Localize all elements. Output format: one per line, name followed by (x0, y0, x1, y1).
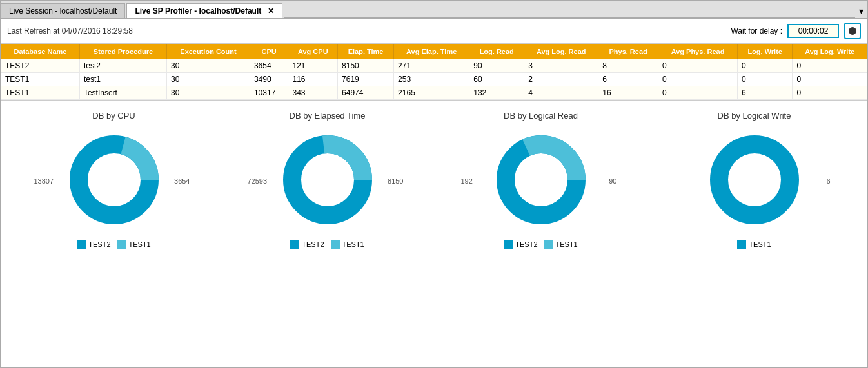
table-cell: 3490 (250, 73, 288, 86)
chart-title: DB by Logical Write (718, 111, 791, 121)
col-database-name[interactable]: Database Name (1, 44, 80, 59)
donut-chart (489, 128, 593, 231)
col-phys-read[interactable]: Phys. Read (598, 44, 658, 59)
tab-spacer (284, 17, 855, 18)
donut-chart (703, 128, 806, 231)
table-cell: 0 (793, 59, 867, 73)
donut-chart (63, 128, 166, 231)
svg-point-2 (89, 155, 139, 205)
table-row: TEST1test130349011676192536026000 (1, 73, 867, 86)
table-row: TEST1TestInsert3010317343649742165132416… (1, 86, 867, 100)
refresh-status: Last Refresh at 04/07/2016 18:29:58 (7, 26, 731, 35)
table-cell: 116 (288, 73, 338, 86)
legend-item: TEST1 (544, 240, 578, 249)
table-cell: 0 (658, 73, 738, 86)
table-cell: 7619 (338, 73, 394, 86)
svg-point-10 (729, 155, 780, 205)
sp-table-area: Database Name Stored Procedure Execution… (1, 44, 867, 101)
legend-label: TEST2 (302, 240, 324, 248)
chart-title: DB by Elapsed Time (290, 111, 366, 121)
svg-point-8 (516, 155, 566, 205)
table-cell: 0 (793, 73, 867, 86)
table-cell: 2 (524, 73, 598, 86)
table-cell: TEST2 (1, 59, 80, 73)
chart-legend: TEST2TEST1 (504, 240, 577, 249)
chart-label-left: 72593 (248, 177, 268, 185)
chart-label-right: 6 (826, 177, 830, 185)
legend-label: TEST1 (129, 240, 151, 248)
table-cell: 0 (737, 59, 792, 73)
col-stored-procedure[interactable]: Stored Procedure (79, 44, 166, 59)
chart-container: DB by CPU138073654TEST2TEST1 (17, 111, 211, 249)
col-avg-elap-time[interactable]: Avg Elap. Time (394, 44, 469, 59)
chart-title: DB by Logical Read (504, 111, 578, 121)
charts-area: DB by CPU138073654TEST2TEST1DB by Elapse… (1, 101, 867, 255)
table-cell: 2165 (394, 86, 469, 100)
chart-container: DB by Logical Write6TEST1 (658, 111, 851, 249)
table-cell: 30 (167, 59, 250, 73)
table-cell: 30 (167, 73, 250, 86)
col-cpu[interactable]: CPU (250, 44, 288, 59)
table-cell: TEST1 (1, 73, 80, 86)
stop-icon (849, 27, 856, 35)
main-window: Live Session - localhost/Default Live SP… (0, 0, 868, 368)
legend-color-swatch (117, 240, 126, 249)
table-cell: 64974 (338, 86, 394, 100)
legend-label: TEST1 (749, 240, 771, 248)
chart-container: DB by Elapsed Time725938150TEST2TEST1 (231, 111, 424, 249)
table-cell: 3 (524, 59, 598, 73)
legend-color-swatch (504, 240, 513, 249)
tab-live-session[interactable]: Live Session - localhost/Default (1, 3, 125, 18)
table-cell: 0 (658, 86, 738, 100)
legend-color-swatch (77, 240, 86, 249)
col-execution-count[interactable]: Execution Count (167, 44, 250, 59)
col-avg-cpu[interactable]: Avg CPU (288, 44, 338, 59)
legend-item: TEST2 (504, 240, 537, 249)
table-cell: 60 (469, 73, 524, 86)
col-log-read[interactable]: Log. Read (469, 44, 524, 59)
table-cell: 0 (793, 86, 867, 100)
legend-item: TEST1 (737, 240, 771, 249)
tab-bar: Live Session - localhost/Default Live SP… (1, 1, 867, 19)
table-cell: 132 (469, 86, 524, 100)
donut-chart (276, 128, 379, 231)
tab-overflow-arrow[interactable]: ▾ (855, 5, 867, 17)
table-cell: 271 (394, 59, 469, 73)
col-log-write[interactable]: Log. Write (737, 44, 792, 59)
chart-label-left: 13807 (34, 177, 54, 185)
legend-label: TEST2 (515, 240, 537, 248)
legend-item: TEST2 (290, 240, 324, 249)
chart-title: DB by CPU (92, 111, 135, 121)
table-cell: 10317 (250, 86, 288, 100)
legend-item: TEST1 (331, 240, 364, 249)
table-row: TEST2test230365412181502719038000 (1, 59, 867, 73)
legend-label: TEST1 (342, 240, 364, 248)
table-cell: 90 (469, 59, 524, 73)
wait-label: Wait for delay : (731, 26, 782, 35)
wait-input[interactable] (787, 24, 839, 38)
chart-label-right: 90 (609, 177, 616, 185)
table-cell: TestInsert (79, 86, 166, 100)
col-avg-log-read[interactable]: Avg Log. Read (524, 44, 598, 59)
col-elap-time[interactable]: Elap. Time (338, 44, 394, 59)
tab-live-sp-profiler[interactable]: Live SP Profiler - localhost/Default ✕ (126, 3, 282, 18)
chart-legend: TEST2TEST1 (77, 240, 150, 249)
legend-item: TEST1 (117, 240, 151, 249)
table-cell: 6 (598, 73, 658, 86)
table-cell: 4 (524, 86, 598, 100)
chart-label-left: 192 (461, 177, 473, 185)
stop-button[interactable] (844, 23, 861, 39)
legend-color-swatch (290, 240, 299, 249)
sp-table: Database Name Stored Procedure Execution… (1, 44, 867, 100)
chart-container: DB by Logical Read19290TEST2TEST1 (444, 111, 638, 249)
col-avg-log-write[interactable]: Avg Log. Write (793, 44, 867, 59)
legend-label: TEST2 (88, 240, 110, 248)
chart-legend: TEST1 (737, 240, 771, 249)
close-tab-icon[interactable]: ✕ (268, 6, 274, 15)
legend-color-swatch (737, 240, 746, 249)
legend-color-swatch (544, 240, 553, 249)
table-body: TEST2test230365412181502719038000TEST1te… (1, 59, 867, 100)
table-cell: 0 (737, 73, 792, 86)
table-cell: 253 (394, 73, 469, 86)
col-avg-phys-read[interactable]: Avg Phys. Read (658, 44, 738, 59)
